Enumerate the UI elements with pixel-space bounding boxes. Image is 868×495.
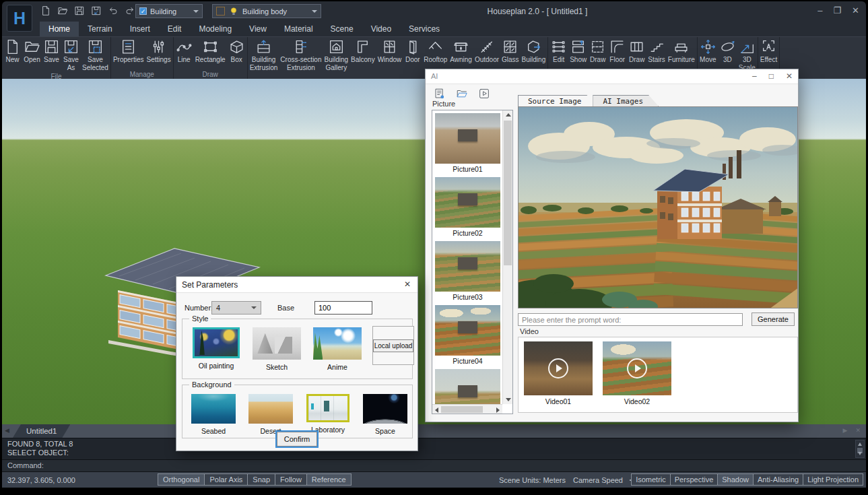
ribbon-save-as[interactable]: Save As [61, 38, 81, 72]
scrollbar-thumb[interactable] [504, 121, 512, 265]
mode-follow[interactable]: Follow [275, 473, 307, 486]
play-box-button[interactable] [478, 88, 490, 100]
picture-item[interactable] [435, 369, 500, 404]
ribbon-glass[interactable]: Glass [500, 38, 521, 64]
tab-ai-images[interactable]: AI Images [593, 95, 659, 106]
picture-list-hscrollbar[interactable] [432, 404, 502, 414]
ribbon-floor[interactable]: Floor [607, 38, 627, 64]
redo-button[interactable] [124, 5, 136, 17]
minimize-icon[interactable]: – [817, 5, 822, 15]
background-option-seabed[interactable]: Seabed [191, 394, 236, 435]
confirm-button[interactable]: Confirm [277, 432, 317, 447]
tab-home[interactable]: Home [40, 22, 79, 36]
tab-material[interactable]: Material [275, 22, 322, 36]
ribbon-box[interactable]: Box [227, 38, 246, 64]
toggle-light-projection[interactable]: Light Projection [803, 473, 863, 486]
toggle-anti-aliasing[interactable]: Anti-Aliasing [753, 473, 803, 486]
layer-combo[interactable]: Building [135, 4, 203, 18]
ribbon-outdoor[interactable]: Outdoor [473, 38, 500, 64]
ribbon-draw[interactable]: Draw [588, 38, 607, 64]
checkbox-icon[interactable] [139, 7, 147, 15]
ribbon-building-extrusion[interactable]: Building Extrusion [248, 38, 279, 72]
maximize-icon[interactable]: □ [769, 71, 774, 81]
save-as-button[interactable] [90, 5, 102, 17]
ribbon-line[interactable]: Line [174, 38, 194, 64]
scroll-up-icon[interactable] [858, 442, 862, 446]
generate-button[interactable]: Generate [752, 312, 795, 326]
mode-reference[interactable]: Reference [306, 473, 352, 486]
tab-insert[interactable]: Insert [121, 22, 159, 36]
tab-video[interactable]: Video [362, 22, 400, 36]
ribbon-settings[interactable]: Settings [145, 38, 172, 64]
style-option-anime[interactable]: Anime [312, 327, 363, 371]
prompt-input[interactable] [518, 313, 743, 326]
ribbon-cross-section-extrusion[interactable]: Cross-section Extrusion [279, 38, 323, 72]
tab-services[interactable]: Services [400, 22, 448, 36]
ribbon-stairs[interactable]: Stairs [646, 38, 667, 64]
tab-scroll-right-icon[interactable]: ▶ [843, 427, 848, 434]
local-upload-button[interactable]: Local upload [373, 339, 413, 352]
open-button[interactable] [57, 5, 69, 17]
video-item[interactable]: Video01 [524, 341, 593, 405]
close-icon[interactable]: ✕ [786, 71, 793, 81]
scroll-right-icon[interactable] [496, 407, 500, 413]
toggle-perspective[interactable]: Perspective [670, 473, 718, 486]
toggle-shadow[interactable]: Shadow [717, 473, 754, 486]
ribbon-open[interactable]: Open [22, 38, 42, 64]
base-input[interactable] [314, 301, 372, 315]
tab-close-icon[interactable]: ✕ [855, 427, 861, 434]
ribbon-save[interactable]: Save [42, 38, 61, 64]
tab-source-image[interactable]: Source Image [518, 95, 597, 106]
number-select[interactable]: 4 [211, 301, 261, 315]
ribbon-building[interactable]: Building [521, 38, 547, 64]
ribbon-draw[interactable]: Draw [627, 38, 646, 64]
ribbon-edit[interactable]: Edit [549, 38, 568, 64]
scrollbar-thumb[interactable] [441, 406, 483, 413]
minimize-icon[interactable]: – [752, 71, 757, 81]
picture-item[interactable]: Picture04 [435, 305, 500, 366]
console-scrollbar[interactable] [855, 440, 865, 458]
tab-modeling[interactable]: Modeling [190, 22, 240, 36]
ribbon-rooftop[interactable]: Rooftop [422, 38, 448, 64]
style-option-oil-painting[interactable]: Oil painting [191, 327, 242, 371]
ribbon-rectangle[interactable]: Rectangle [194, 38, 227, 64]
tab-scroll-left-icon[interactable]: ◀ [5, 427, 9, 434]
ribbon-save-selected[interactable]: Save Selected [81, 38, 110, 72]
scroll-down-icon[interactable] [858, 452, 862, 455]
tab-edit[interactable]: Edit [159, 22, 191, 36]
ribbon-properties[interactable]: Properties [112, 38, 145, 64]
ribbon-3d[interactable]: 3D [718, 38, 737, 64]
tab-terrain[interactable]: Terrain [79, 22, 121, 36]
material-combo[interactable]: Building body [212, 4, 321, 18]
document-tab[interactable]: Untitled1 [13, 424, 70, 438]
toggle-isometric[interactable]: Isometric [631, 473, 671, 486]
tab-view[interactable]: View [240, 22, 275, 36]
background-option-desert[interactable]: Desert [248, 394, 294, 435]
set-parameters-title-bar[interactable]: Set Parameters ✕ [176, 277, 418, 293]
mode-snap[interactable]: Snap [247, 473, 275, 486]
ribbon-balcony[interactable]: Balcony [349, 38, 376, 64]
mode-polar-axis[interactable]: Polar Axis [204, 473, 248, 486]
video-item[interactable]: Video02 [603, 341, 671, 405]
save-button[interactable] [73, 5, 86, 17]
ribbon-window[interactable]: Window [376, 38, 403, 64]
undo-button[interactable] [107, 5, 119, 17]
scroll-down-icon[interactable] [506, 398, 511, 401]
picture-item[interactable]: Picture03 [435, 241, 500, 302]
ribbon-awning[interactable]: Awning [448, 38, 473, 64]
background-option-space[interactable]: Space [362, 394, 408, 435]
restore-icon[interactable]: ❐ [833, 5, 841, 15]
background-option-laboratory[interactable]: Laboratory [305, 394, 351, 435]
scroll-up-icon[interactable] [506, 113, 511, 117]
ribbon-show[interactable]: Show [568, 38, 588, 64]
ribbon-building-gallery[interactable]: Building Gallery [323, 38, 350, 72]
new-button[interactable] [40, 5, 52, 17]
scroll-left-icon[interactable] [435, 407, 438, 413]
open-blue-button[interactable] [456, 88, 468, 100]
doc-badge-button[interactable] [434, 88, 446, 100]
ribbon-furniture[interactable]: Furniture [667, 38, 696, 64]
ribbon-move[interactable]: Move [698, 38, 718, 64]
picture-item[interactable]: Picture02 [435, 177, 500, 238]
ribbon-3d-scale[interactable]: 3D Scale [737, 38, 757, 72]
tab-scene[interactable]: Scene [322, 22, 362, 36]
